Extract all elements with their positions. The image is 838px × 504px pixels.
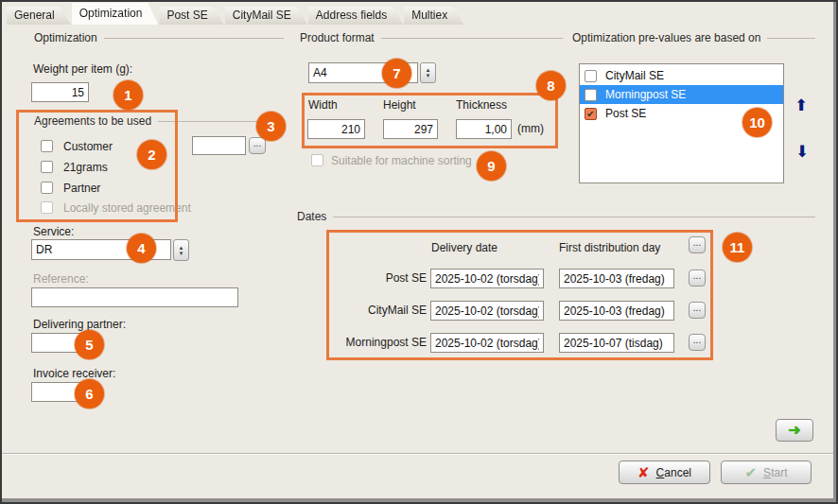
spinner-down-icon: ▾ (427, 73, 430, 78)
annotation-badge-4: 4 (127, 234, 156, 263)
list-item-label: CityMail SE (605, 69, 664, 82)
post-se-date-browse-button[interactable]: ... (689, 269, 706, 287)
morningpost-se-row-label: Morningpost SE (322, 336, 427, 349)
reference-input[interactable] (31, 287, 238, 307)
start-button[interactable]: ✔ Start (721, 461, 812, 484)
partner-checkbox[interactable] (41, 182, 53, 194)
morningpost-se-list-checkbox[interactable] (585, 89, 597, 101)
annotation-badge-8: 8 (536, 71, 566, 100)
list-item-label: Morningpost SE (605, 88, 686, 101)
ellipsis-icon: ... (253, 140, 261, 148)
customer-checkbox[interactable] (41, 140, 53, 152)
group-divider-line (158, 121, 268, 122)
optimization-group-label: Optimization (34, 31, 97, 44)
21grams-checkbox[interactable] (41, 161, 53, 173)
machine-sorting-label: Suitable for machine sorting (331, 154, 472, 167)
group-divider-line (767, 38, 815, 39)
ellipsis-icon: ... (693, 272, 701, 280)
locally-stored-agreement-checkbox (41, 201, 53, 214)
agreement-browse-button[interactable]: ... (249, 137, 266, 154)
group-divider-line (381, 38, 563, 39)
footer-divider (2, 453, 833, 455)
citymail-se-row-label: CityMail SE (322, 304, 427, 317)
cancel-button[interactable]: ✘ Cancel (619, 461, 710, 484)
tab-citymail-se[interactable]: CityMail SE (225, 7, 307, 25)
up-arrow-icon: ⬆ (794, 96, 808, 114)
optimization-dialog-window: General Optimization Post SE CityMail SE… (0, 0, 838, 504)
post-se-first-distribution-input[interactable] (559, 269, 674, 288)
format-spinner[interactable]: ▴ ▾ (420, 62, 436, 83)
citymail-se-date-browse-button[interactable]: ... (689, 302, 706, 319)
move-down-button[interactable]: ⬇ (795, 144, 809, 160)
next-arrow-icon: ➜ (788, 423, 800, 438)
annotation-badge-1: 1 (113, 80, 143, 110)
agreement-code-input[interactable] (192, 136, 246, 155)
annotation-badge-11: 11 (723, 233, 752, 262)
tab-general[interactable]: General (7, 7, 71, 25)
weight-per-item-input[interactable] (31, 82, 89, 102)
group-divider-line (333, 217, 815, 217)
tab-post-se[interactable]: Post SE (159, 7, 223, 25)
agreements-group-title: Agreements to be used (34, 114, 268, 128)
annotation-badge-3: 3 (256, 112, 286, 141)
citymail-se-delivery-date-input[interactable] (430, 301, 544, 321)
delivery-date-column-header: Delivery date (431, 241, 498, 254)
ellipsis-icon: ... (693, 239, 701, 247)
post-se-list-checkbox[interactable]: ✔ (585, 108, 597, 120)
service-label: Service: (33, 225, 74, 238)
agreements-group-label: Agreements to be used (34, 114, 151, 128)
optimization-group-title: Optimization (34, 31, 284, 44)
morningpost-se-first-distribution-input[interactable] (559, 333, 674, 353)
ellipsis-icon: ... (693, 337, 701, 344)
service-spinner[interactable]: ▴ ▾ (173, 239, 189, 261)
height-input[interactable] (383, 119, 438, 139)
annotation-badge-9: 9 (477, 151, 506, 181)
move-up-button[interactable]: ⬆ (794, 97, 808, 113)
tab-address-fields[interactable]: Address fields (308, 7, 403, 25)
first-distribution-day-column-header: First distribution day (559, 241, 660, 254)
weight-per-item-label: Weight per item (g): (33, 62, 132, 76)
morningpost-se-date-browse-button[interactable]: ... (689, 334, 706, 351)
list-item-morningpost-se[interactable]: Morningpost SE (580, 85, 783, 104)
cancel-x-icon: ✘ (637, 465, 650, 479)
width-input[interactable] (307, 119, 365, 139)
pre-values-group-title: Optimization pre-values are based on (572, 31, 815, 44)
thickness-label: Thickness (456, 98, 507, 112)
annotation-badge-7: 7 (382, 59, 411, 88)
dates-group-title: Dates (297, 210, 815, 223)
width-label: Width (308, 98, 338, 112)
citymail-se-first-distribution-input[interactable] (559, 301, 674, 321)
next-button[interactable]: ➜ (776, 419, 813, 442)
down-arrow-icon: ⬇ (795, 143, 809, 161)
post-se-delivery-date-input[interactable] (430, 269, 544, 288)
tab-bar: General Optimization Post SE CityMail SE… (7, 3, 464, 25)
thickness-input[interactable] (456, 119, 512, 139)
customer-checkbox-label: Customer (63, 140, 113, 153)
delivering-partner-label: Delivering partner: (33, 318, 126, 331)
reference-label: Reference: (33, 272, 89, 286)
height-label: Height (383, 98, 416, 112)
start-check-icon: ✔ (745, 465, 758, 479)
morningpost-se-delivery-date-input[interactable] (430, 333, 544, 353)
product-format-group-title: Product format (300, 31, 563, 44)
annotation-badge-5: 5 (75, 330, 104, 359)
checkmark-icon: ✔ (586, 109, 594, 119)
machine-sorting-checkbox (311, 154, 323, 166)
annotation-badge-2: 2 (137, 140, 166, 169)
invoice-receiver-label: Invoice receiver: (33, 367, 115, 380)
21grams-checkbox-label: 21grams (63, 161, 108, 174)
annotation-badge-6: 6 (75, 379, 104, 408)
dates-header-browse-button[interactable]: ... (689, 236, 706, 253)
tab-optimization[interactable]: Optimization (72, 3, 159, 25)
list-item-citymail-se[interactable]: CityMail SE (580, 66, 783, 85)
cancel-button-label: Cancel (656, 466, 691, 479)
annotation-badge-10: 10 (742, 108, 772, 137)
citymail-se-list-checkbox[interactable] (585, 70, 597, 82)
group-divider-line (104, 38, 284, 39)
spinner-down-icon: ▾ (180, 251, 183, 256)
tab-multiex[interactable]: Multiex (404, 7, 463, 25)
product-format-group-label: Product format (300, 31, 375, 44)
mm-unit-label: (mm) (517, 122, 544, 135)
dates-group-label: Dates (297, 210, 326, 223)
list-item-label: Post SE (605, 107, 646, 120)
